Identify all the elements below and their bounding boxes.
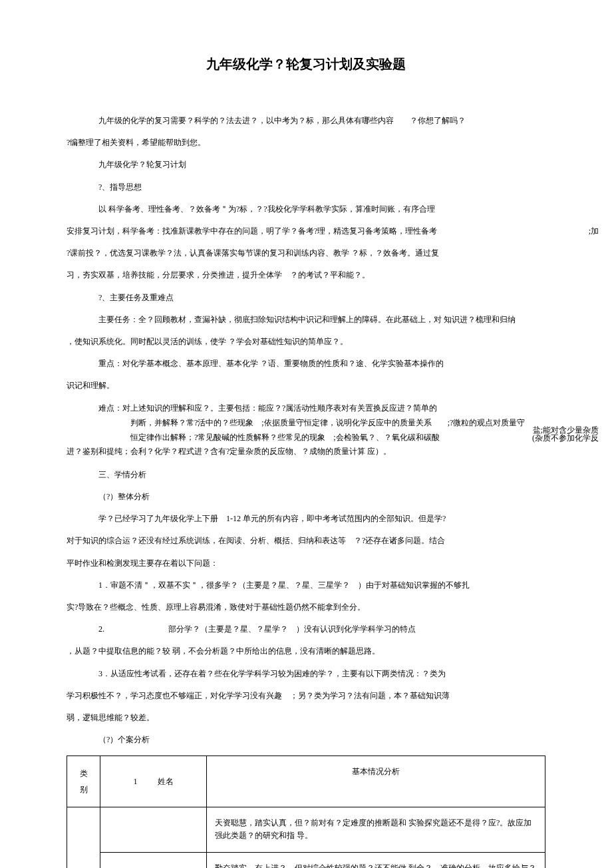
section-plan-title: 九年级化学？轮复习计划 bbox=[67, 158, 545, 171]
p11c: 平时作业和检测发现主要存在着以下问题： bbox=[67, 557, 545, 570]
th-category: 类 别 bbox=[67, 756, 100, 807]
p6b: ，使知识系统化。同时配以灵活的训练，使学 ？学会对基础性知识的简单应？。 bbox=[67, 335, 545, 348]
document-title: 九年级化学？轮复习计划及实验题 bbox=[67, 53, 545, 75]
p15: （?）个案分析 bbox=[67, 734, 545, 746]
desc-cell-0: 天资聪慧，踏实认真，但？前对有？定难度的推断题和 实验探究题还不是得？应?。故应… bbox=[207, 807, 545, 852]
p4b-wrap: 安排复习计划，科学备考：找准新课教学中存在的问题，明了学？备考?理，精选复习备考… bbox=[67, 225, 545, 238]
p8c-wrap: 恒定律作出解释；?常见酸碱的性质解释？些常见的现象 ;会检验氧？、？氧化碳和碳酸… bbox=[67, 431, 545, 445]
p13a: 2. 部分学？（主要是？星、？星学？ ）没有认识到化学学科学习的特点 bbox=[67, 623, 545, 636]
heading-1: ?、指导思想 bbox=[67, 181, 545, 194]
intro-para: 九年级的化学的复习需要？科学的？法去进？，以中考为？标，那么具体有哪些内容 ？你… bbox=[67, 114, 545, 127]
name-cell-1 bbox=[100, 852, 207, 868]
th-desc: 基本情况分析 bbox=[207, 756, 545, 807]
p4b: 安排复习计划，科学备考：找准新课教学中存在的问题，明了学？备考?理，精选复习备考… bbox=[67, 226, 437, 236]
p14b: 学习积极性不？，学习态度也不够端正，对化学学习没有兴趣 ；另？类为学习？法有问题… bbox=[67, 690, 545, 702]
p4b-right: ;加 bbox=[589, 225, 599, 238]
p4a: 以 科学备考、理性备考、？效备考＂为?标，？?我校化学学科教学实际，算准时间账，… bbox=[67, 203, 545, 216]
th-category-b: 别 bbox=[80, 785, 88, 794]
p6a: 主要任务：全？回顾教材，查漏补缺，彻底扫除知识结构中识记和理解上的障碍。在此基础… bbox=[67, 314, 545, 326]
p11a: 学？已经学习了九年级化学上下册 1-12 单元的所有内容，即中考考试范围内的全部… bbox=[67, 513, 545, 525]
intro-para-b: ?编整理了相关资料，希望能帮助到您。 bbox=[67, 136, 545, 149]
p4c: ?课前投？，优选复习课教学？法，认真备课落实每节课的复习和训练内容、教学 ？标，… bbox=[67, 247, 545, 260]
th-category-a: 类 bbox=[80, 769, 88, 778]
p8c-right: (杂质不参加化学反 bbox=[468, 433, 599, 443]
heading-2: ?、主要任务及重难点 bbox=[67, 292, 545, 304]
table-row: 勤奋踏实，有上进？，但对综合性较强的题？还不能做 到全？、准确的分析。故应多给与… bbox=[67, 852, 545, 868]
case-analysis-table: 类 别 1 姓名 基本情况分析 市 前 30 0 名 天资聪慧，踏实认真，但？前… bbox=[67, 756, 545, 868]
p8d: 进？鉴别和提纯；会利？化学？程式进？含有?定量杂质的反应物、？成物的质量计算 应… bbox=[67, 445, 545, 459]
p8a: 难点：对上述知识的理解和应？。主要包括：能应？?属活动性顺序表对有关置换反应进？… bbox=[67, 401, 545, 416]
th-num: 1 bbox=[134, 777, 138, 786]
p12a: 1．审题不清＂，双基不实＂，很多学？（主要是？星、？星、三星学？ ）由于对基础知… bbox=[67, 579, 545, 592]
p7b: 识记和理解。 bbox=[67, 379, 545, 392]
p4d: 习，夯实双基，培养技能，分层要求，分类推进，提升全体学 ？的考试？平和能？。 bbox=[67, 269, 545, 282]
p7a: 重点：对化学基本概念、基本原理、基本化学 ？语、重要物质的性质和？途、化学实验基… bbox=[67, 357, 545, 370]
p8b: 判断，并解释？常?活中的？些现象 ;依据质量守恒定律，说明化学反应中的质量关系 … bbox=[130, 418, 525, 427]
p8c: 恒定律作出解释；?常见酸碱的性质解释？些常见的现象 ;会检验氧？、？氧化碳和碳酸 bbox=[130, 433, 440, 442]
group-label: 市 前 30 0 名 bbox=[67, 807, 100, 868]
p12b: 实?导致在？些概念、性质、原理上容易混淆，致使对于基础性题仍然不能拿到全分。 bbox=[67, 601, 545, 614]
th-name: 1 姓名 bbox=[100, 756, 207, 807]
document-page: 九年级化学？轮复习计划及实验题 九年级的化学的复习需要？科学的？法去进？，以中考… bbox=[67, 53, 545, 868]
th-name-label: 姓名 bbox=[158, 777, 174, 786]
difficulty-block: 难点：对上述知识的理解和应？。主要包括：能应？?属活动性顺序表对有关置换反应进？… bbox=[67, 401, 545, 459]
p14c: 弱，逻辑思维能？较差。 bbox=[67, 712, 545, 724]
p13b: ，从题？中提取信息的能？较 弱，不会分析题？中所给出的信息，没有清晰的解题思路。 bbox=[67, 645, 545, 658]
p10: （?）整体分析 bbox=[67, 491, 545, 503]
desc-cell-1: 勤奋踏实，有上进？，但对综合性较强的题？还不能做 到全？、准确的分析。故应多给与… bbox=[207, 852, 545, 868]
intro-text-1: 九年级的化学的复习需要？科学的？法去进？，以中考为？标，那么具体有哪些内容 ？你… bbox=[98, 116, 466, 125]
heading-3: 三、学情分析 bbox=[67, 469, 545, 481]
table-row: 市 前 30 0 名 天资聪慧，踏实认真，但？前对有？定难度的推断题和 实验探究… bbox=[67, 807, 545, 852]
p11b: 对于知识的综合运？还没有经过系统训练，在阅读、分析、概括、归纳和表达等 ？?还存… bbox=[67, 535, 545, 547]
p14a: 3．从适应性考试看，还存在着？些在化学学科学习较为困难的学？，主要有以下两类情况… bbox=[67, 668, 545, 680]
name-cell-0 bbox=[100, 807, 207, 852]
table-header-row: 类 别 1 姓名 基本情况分析 bbox=[67, 756, 545, 807]
